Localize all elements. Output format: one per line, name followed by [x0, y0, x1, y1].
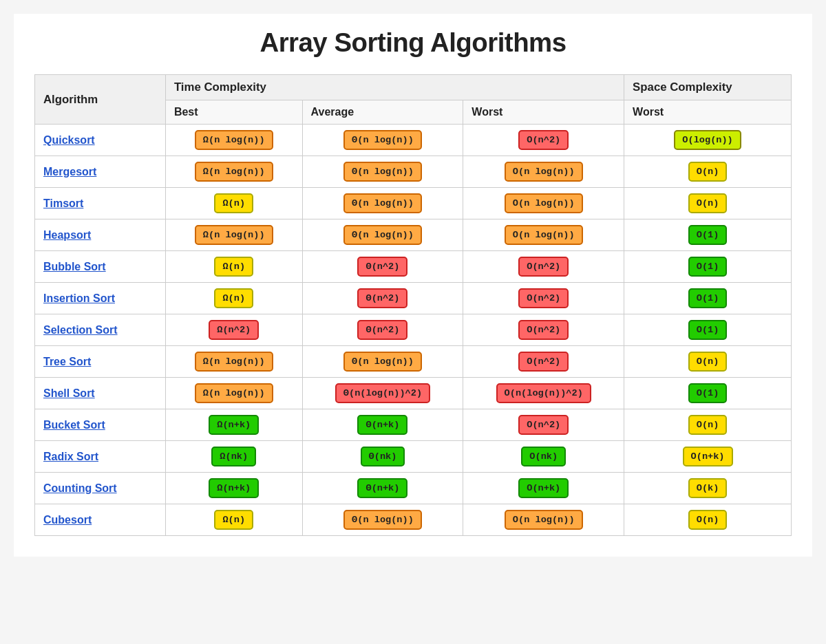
best-complexity: Ω(n log(n))	[165, 125, 302, 156]
table-row: Radix SortΩ(nk)Θ(nk)O(nk)O(n+k)	[35, 441, 792, 473]
space-complexity: O(n)	[624, 409, 792, 441]
sorting-table: Algorithm Time Complexity Space Complexi…	[34, 74, 792, 536]
space-complexity: O(k)	[624, 473, 792, 504]
algo-name[interactable]: Shell Sort	[35, 378, 166, 409]
algo-name[interactable]: Mergesort	[35, 156, 166, 188]
space-complexity: O(1)	[624, 283, 792, 314]
table-row: Selection SortΩ(n^2)Θ(n^2)O(n^2)O(1)	[35, 314, 792, 346]
table-row: CubesortΩ(n)Θ(n log(n))O(n log(n))O(n)	[35, 504, 792, 536]
space-badge: O(n)	[688, 510, 728, 530]
worst-time-badge: O(n(log(n))^2)	[496, 383, 591, 403]
best-complexity: Ω(n log(n))	[165, 378, 302, 409]
space-complexity: O(n)	[624, 156, 792, 188]
space-complexity: O(n)	[624, 504, 792, 536]
space-complexity: O(n)	[624, 188, 792, 219]
best-badge: Ω(n log(n))	[195, 352, 273, 372]
table-row: HeapsortΩ(n log(n))Θ(n log(n))O(n log(n)…	[35, 219, 792, 251]
algo-name[interactable]: Heapsort	[35, 219, 166, 251]
algo-name[interactable]: Bubble Sort	[35, 251, 166, 283]
best-complexity: Ω(n)	[165, 188, 302, 219]
header-average: Average	[302, 100, 463, 125]
algo-name[interactable]: Cubesort	[35, 504, 166, 536]
average-complexity: Θ(n^2)	[302, 283, 463, 314]
worst-time-badge: O(n^2)	[518, 352, 569, 372]
average-complexity: Θ(n log(n))	[302, 125, 463, 156]
average-complexity: Θ(n log(n))	[302, 156, 463, 188]
algo-name[interactable]: Timsort	[35, 188, 166, 219]
average-complexity: Θ(nk)	[302, 441, 463, 473]
header-algorithm: Algorithm	[35, 75, 166, 125]
best-complexity: Ω(n log(n))	[165, 219, 302, 251]
table-row: Tree SortΩ(n log(n))Θ(n log(n))O(n^2)O(n…	[35, 346, 792, 378]
average-badge: Θ(n log(n))	[343, 193, 422, 213]
average-badge: Θ(nk)	[361, 447, 405, 466]
worst-time-complexity: O(n^2)	[463, 409, 624, 441]
average-badge: Θ(n+k)	[357, 415, 407, 435]
algo-name[interactable]: Radix Sort	[35, 441, 166, 473]
algo-name[interactable]: Counting Sort	[35, 473, 166, 504]
worst-time-complexity: O(n(log(n))^2)	[463, 378, 624, 409]
space-badge: O(n)	[688, 415, 728, 435]
space-badge: O(1)	[688, 383, 728, 403]
worst-time-complexity: O(n^2)	[463, 314, 624, 346]
space-complexity: O(1)	[624, 378, 792, 409]
worst-time-badge: O(n^2)	[518, 320, 569, 340]
algo-name[interactable]: Bucket Sort	[35, 409, 166, 441]
best-badge: Ω(n+k)	[209, 415, 259, 435]
average-badge: Θ(n+k)	[357, 478, 407, 498]
table-row: Counting SortΩ(n+k)Θ(n+k)O(n+k)O(k)	[35, 473, 792, 504]
average-complexity: Θ(n(log(n))^2)	[302, 378, 463, 409]
page-title: Array Sorting Algorithms	[34, 28, 792, 58]
page-container: Array Sorting Algorithms Algorithm Time …	[14, 14, 812, 557]
best-badge: Ω(n)	[214, 288, 253, 308]
average-complexity: Θ(n^2)	[302, 314, 463, 346]
algo-name[interactable]: Tree Sort	[35, 346, 166, 378]
best-badge: Ω(n log(n))	[195, 130, 273, 150]
average-badge: Θ(n(log(n))^2)	[335, 383, 430, 403]
space-badge: O(log(n))	[674, 130, 741, 150]
worst-time-badge: O(n log(n))	[505, 225, 583, 245]
space-badge: O(n)	[688, 352, 728, 372]
best-badge: Ω(nk)	[211, 447, 256, 466]
worst-time-complexity: O(nk)	[463, 441, 624, 473]
best-badge: Ω(n)	[214, 193, 253, 213]
table-row: MergesortΩ(n log(n))Θ(n log(n))O(n log(n…	[35, 156, 792, 188]
worst-time-badge: O(n+k)	[518, 478, 569, 498]
worst-time-badge: O(n^2)	[518, 288, 569, 308]
table-row: TimsortΩ(n)Θ(n log(n))O(n log(n))O(n)	[35, 188, 792, 219]
space-complexity: O(n+k)	[624, 441, 792, 473]
table-row: Bubble SortΩ(n)Θ(n^2)O(n^2)O(1)	[35, 251, 792, 283]
average-badge: Θ(n^2)	[357, 257, 407, 277]
space-badge: O(1)	[688, 225, 728, 245]
average-complexity: Θ(n log(n))	[302, 504, 463, 536]
best-complexity: Ω(n log(n))	[165, 346, 302, 378]
average-badge: Θ(n log(n))	[343, 352, 422, 372]
algo-name[interactable]: Selection Sort	[35, 314, 166, 346]
average-badge: Θ(n log(n))	[343, 130, 422, 150]
algo-name[interactable]: Insertion Sort	[35, 283, 166, 314]
average-badge: Θ(n log(n))	[343, 162, 422, 182]
space-badge: O(k)	[688, 478, 728, 498]
worst-time-complexity: O(n log(n))	[463, 219, 624, 251]
best-badge: Ω(n)	[214, 257, 253, 277]
worst-time-badge: O(n^2)	[518, 130, 569, 150]
average-badge: Θ(n^2)	[357, 320, 407, 340]
best-complexity: Ω(nk)	[165, 441, 302, 473]
space-badge: O(1)	[688, 320, 728, 340]
header-time-complexity: Time Complexity	[165, 75, 624, 100]
table-row: Shell SortΩ(n log(n))Θ(n(log(n))^2)O(n(l…	[35, 378, 792, 409]
best-badge: Ω(n log(n))	[195, 383, 273, 403]
best-complexity: Ω(n log(n))	[165, 156, 302, 188]
worst-time-badge: O(n^2)	[518, 415, 569, 435]
space-badge: O(n+k)	[683, 447, 733, 466]
algo-name[interactable]: Quicksort	[35, 125, 166, 156]
average-complexity: Θ(n log(n))	[302, 188, 463, 219]
space-badge: O(1)	[688, 288, 728, 308]
table-row: QuicksortΩ(n log(n))Θ(n log(n))O(n^2)O(l…	[35, 125, 792, 156]
space-complexity: O(1)	[624, 219, 792, 251]
space-complexity: O(n)	[624, 346, 792, 378]
best-badge: Ω(n)	[214, 510, 253, 530]
space-badge: O(n)	[688, 193, 728, 213]
best-complexity: Ω(n)	[165, 251, 302, 283]
average-complexity: Θ(n^2)	[302, 251, 463, 283]
